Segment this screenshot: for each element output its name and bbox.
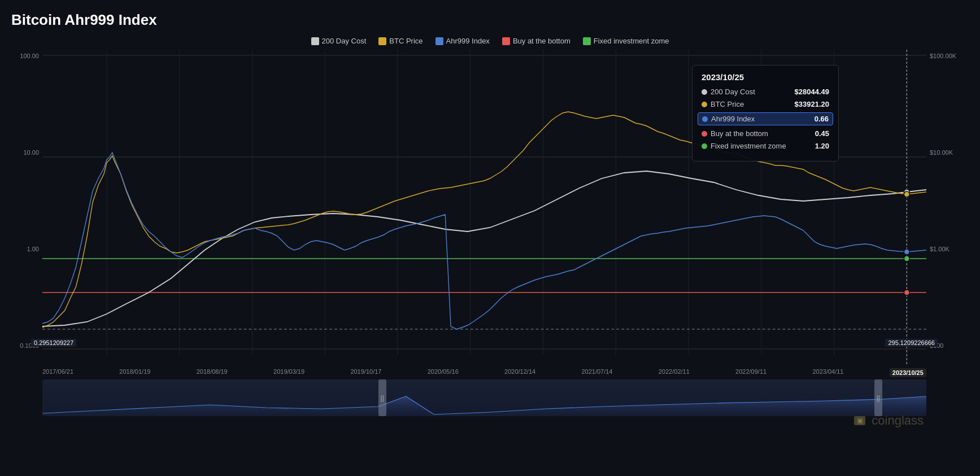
tooltip-label-ahr999: Ahr999 Index <box>702 115 755 123</box>
tooltip: 2023/10/25 200 Day Cost $28044.49 BTC Pr… <box>692 65 839 161</box>
tooltip-row-buybot: Buy at the bottom 0.45 <box>702 129 829 138</box>
x-axis: 2017/06/21 2018/01/19 2018/08/19 2019/03… <box>11 366 969 377</box>
y-label-right-10k: $10.00K <box>926 149 969 156</box>
x-label-6: 2020/12/14 <box>504 368 535 377</box>
legend-color-btcprice <box>378 37 386 45</box>
tooltip-dot-200day <box>702 89 707 95</box>
legend-label-ahr999: Ahr999 Index <box>446 37 490 45</box>
x-label-10: 2023/04/11 <box>812 368 843 377</box>
legend-color-buybot <box>502 37 510 45</box>
tooltip-value-ahr999: 0.66 <box>815 115 829 123</box>
page-title: Bitcoin Ahr999 Index <box>11 11 969 29</box>
legend-label-btcprice: BTC Price <box>389 37 423 45</box>
legend-color-200day <box>311 37 319 45</box>
y-label-right-1k: $1.00K <box>926 246 969 252</box>
mini-chart-svg <box>42 379 926 416</box>
legend-color-ahr999 <box>435 37 443 45</box>
tooltip-label-btcprice: BTC Price <box>702 100 744 108</box>
x-label-1: 2018/01/19 <box>119 368 150 377</box>
legend-label-200day: 200 Day Cost <box>322 37 367 45</box>
svg-text:▣: ▣ <box>857 417 863 425</box>
tooltip-dot-buybot <box>702 131 707 137</box>
svg-point-23 <box>904 290 909 295</box>
mini-chart-container: || || <box>11 379 969 416</box>
x-label-8: 2022/02/11 <box>659 368 690 377</box>
dashed-line-label-left: 0.2951209227 <box>31 339 76 347</box>
y-label-10: 10.00 <box>11 149 42 156</box>
x-label-9: 2022/09/11 <box>735 368 766 377</box>
dashed-line-label-right: 295.1209226666 <box>885 339 938 347</box>
tooltip-value-buybot: 0.45 <box>815 129 829 138</box>
main-container: Bitcoin Ahr999 Index 200 Day Cost BTC Pr… <box>0 0 980 476</box>
tooltip-row-ahr999: Ahr999 Index 0.66 <box>698 112 833 125</box>
svg-point-21 <box>904 191 909 197</box>
mini-scroll-right[interactable]: || <box>874 379 882 416</box>
mini-chart[interactable]: || || <box>42 379 926 416</box>
chart-legend: 200 Day Cost BTC Price Ahr999 Index Buy … <box>11 37 969 45</box>
x-label-0: 2017/06/21 <box>42 368 73 377</box>
mini-scroll-left[interactable]: || <box>378 379 386 416</box>
y-axis-left: 100.00 10.00 1.00 0.1000 <box>11 50 42 366</box>
x-label-2: 2018/08/19 <box>197 368 228 377</box>
tooltip-row-btcprice: BTC Price $33921.20 <box>702 100 829 108</box>
tooltip-value-btcprice: $33921.20 <box>795 100 829 108</box>
tooltip-date: 2023/10/25 <box>702 72 829 82</box>
tooltip-dot-fixedzone <box>702 143 707 149</box>
y-label-1: 1.00 <box>11 246 42 252</box>
tooltip-label-fixedzone: Fixed investment zome <box>702 142 786 150</box>
y-axis-right: $100.00K $10.00K $1.00K $100 <box>926 50 969 366</box>
tooltip-label-buybot: Buy at the bottom <box>702 129 768 138</box>
tooltip-value-fixedzone: 1.20 <box>815 142 829 150</box>
legend-item-200day: 200 Day Cost <box>311 37 367 45</box>
y-label-right-100k: $100.00K <box>926 53 969 59</box>
legend-label-buybot: Buy at the bottom <box>513 37 570 45</box>
legend-item-btcprice: BTC Price <box>378 37 423 45</box>
legend-item-buybot: Buy at the bottom <box>502 37 570 45</box>
x-label-4: 2019/10/17 <box>350 368 381 377</box>
tooltip-value-200day: $28044.49 <box>795 88 829 96</box>
tooltip-dot-ahr999 <box>702 116 708 122</box>
y-label-100: 100.00 <box>11 53 42 59</box>
x-label-11: 2023/10/25 <box>890 368 926 377</box>
legend-label-fixedzone: Fixed investment zome <box>594 37 669 45</box>
x-label-5: 2020/05/16 <box>428 368 459 377</box>
x-label-7: 2021/07/14 <box>581 368 612 377</box>
svg-point-24 <box>904 256 909 261</box>
legend-color-fixedzone <box>583 37 591 45</box>
tooltip-label-200day: 200 Day Cost <box>702 88 755 96</box>
tooltip-dot-btcprice <box>702 102 707 107</box>
tooltip-row-fixedzone: Fixed investment zome 1.20 <box>702 142 829 150</box>
tooltip-row-200day: 200 Day Cost $28044.49 <box>702 88 829 96</box>
svg-point-22 <box>904 249 909 255</box>
legend-item-fixedzone: Fixed investment zome <box>583 37 669 45</box>
legend-item-ahr999: Ahr999 Index <box>435 37 490 45</box>
x-label-3: 2019/03/19 <box>273 368 304 377</box>
